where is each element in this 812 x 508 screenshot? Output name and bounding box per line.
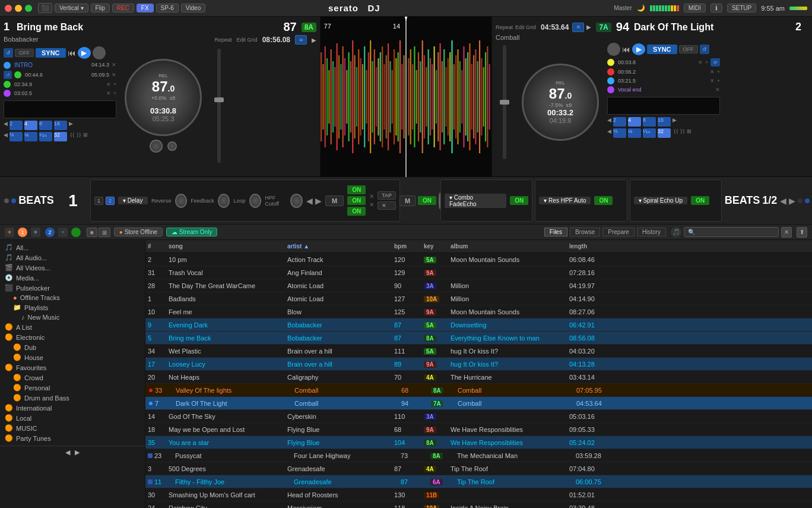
fx-button[interactable]: FX [137, 4, 154, 12]
sidebar-left-btn[interactable]: ◀ [65, 449, 70, 456]
fx2-dot[interactable] [798, 198, 803, 203]
d2-arrow-left[interactable]: ◀ [607, 117, 611, 127]
pitch2-track[interactable] [503, 45, 506, 159]
beat-btn-4[interactable]: 4 [24, 121, 37, 130]
cue2-x-1[interactable]: ✕ [698, 59, 703, 65]
col-num-header[interactable]: # [148, 243, 169, 250]
fx1-ch2-btn[interactable]: 2 [106, 197, 115, 205]
cue-x-3[interactable]: ✕ [106, 81, 111, 87]
skip-right[interactable]: ⟩⟩ [77, 132, 81, 141]
store-offline-btn[interactable]: ● Store Offline [114, 228, 163, 236]
deck2-arrow[interactable]: ▶ [586, 24, 591, 30]
beats2-prev[interactable]: ◀ [780, 196, 786, 206]
view-grid-btn[interactable]: ⊞ [99, 228, 110, 237]
skip-left[interactable]: ⟨⟨ [70, 132, 75, 141]
cue-x-4[interactable]: ✕ [106, 90, 111, 96]
fx1-next[interactable]: ▶ [315, 196, 322, 206]
sidebar-item-all-audio[interactable]: 🎵 All Audio... [0, 253, 145, 263]
sidebar-item-drum-bass[interactable]: 🟠 Drum and Bass [0, 393, 145, 403]
d2-skip-left[interactable]: ⟨⟨ [674, 128, 678, 138]
cue-plus-3[interactable]: + [113, 81, 116, 87]
deck1-play-btn[interactable]: ▶ [78, 47, 91, 59]
tab-prepare[interactable]: Prepare [602, 228, 635, 236]
deck2-editgrid[interactable]: Edit Grid [515, 24, 536, 30]
fx1-x1[interactable]: ✕ [369, 193, 374, 200]
deck1-loop-btn[interactable]: ↺ [4, 48, 13, 58]
minimize-button[interactable] [15, 5, 22, 12]
col-album-header[interactable]: album [451, 243, 569, 250]
cue-plus-4[interactable]: + [113, 90, 116, 96]
video-button[interactable]: Video [181, 4, 205, 12]
fx2-on2[interactable]: ON [510, 196, 528, 205]
setup-button[interactable]: SETUP [727, 4, 756, 12]
sidebar-right-btn[interactable]: ▶ [75, 449, 80, 456]
beat-btn-8[interactable]: 8 [39, 121, 52, 130]
deck1-off-btn[interactable]: OFF [15, 49, 34, 57]
d2-beat-btn-4[interactable]: 4 [628, 117, 641, 127]
d2-arrow-right[interactable]: ▶ [673, 117, 677, 127]
track-row[interactable]: 11 Filthy - Filthy Joe Grenadesafe 87 6A… [145, 475, 812, 488]
sidebar-item-all[interactable]: 🎵 All... [0, 242, 145, 253]
beat-btn-2[interactable]: 2 [9, 121, 23, 130]
sidebar-item-pulselocker[interactable]: ⬛ Pulselocker [0, 283, 145, 293]
track-row[interactable]: 9 Evening Dark Bobabacker 87 5A Downsett… [145, 318, 812, 332]
view-list-btn[interactable]: ≡ [87, 228, 97, 237]
deck1-platter-disc[interactable]: REL 87.0 +0.0% ±8 03:30.8 05:25.3 [125, 59, 202, 136]
deck2-loop-btn[interactable]: ↺ [700, 45, 709, 54]
d2-grid-icon[interactable]: ⊞ [687, 128, 692, 138]
track-row[interactable]: 3 500 Degrees Grenadesafe 87 4A Tip The … [145, 462, 812, 475]
fx4-on[interactable]: ON [691, 196, 709, 205]
track-row[interactable]: 35 You are a star Flying Blue 104 8A We … [145, 436, 812, 449]
fx1-prev[interactable]: ◀ [306, 196, 313, 206]
tab-browse[interactable]: Browse [570, 228, 600, 236]
serato-icon[interactable]: ⬛ [38, 3, 52, 13]
track-row[interactable]: 1 Badlands Atomic Load 127 10A Million 0… [145, 292, 812, 305]
fx1-name[interactable]: ▾ Delay [118, 197, 148, 204]
cue2-x-3[interactable]: ✕ [710, 78, 715, 84]
pitch-handle[interactable] [214, 97, 224, 102]
beat-btn-32[interactable]: 32 [54, 132, 67, 141]
fx1-knob4[interactable] [290, 194, 303, 208]
d2-arrow-left2[interactable]: ◀ [607, 128, 611, 138]
deck1-sync-btn[interactable]: SYNC [36, 48, 66, 58]
deck1-headphone-btn[interactable] [150, 140, 163, 153]
fx2-m-btn[interactable]: M [399, 195, 415, 206]
deck2-repeat[interactable]: Repeat [496, 24, 513, 30]
midi-button[interactable]: MIDI [684, 4, 706, 12]
close-button[interactable] [5, 5, 12, 12]
d2-skip-right[interactable]: ⟩⟩ [680, 128, 685, 138]
sidebar-item-offline-tracks[interactable]: ● Offline Tracks [0, 293, 145, 302]
flip-button[interactable]: Flip [91, 4, 110, 12]
col-song-header[interactable]: song [169, 243, 287, 250]
col-artist-header[interactable]: artist ▲ [287, 243, 394, 250]
deck3-badge[interactable] [71, 228, 81, 237]
stream-only-btn[interactable]: ☁ Stream Only [166, 228, 217, 236]
col-key-header[interactable]: key [424, 243, 451, 250]
sidebar-item-crowd[interactable]: 🟠 Crowd [0, 373, 145, 383]
fx1-m-btn[interactable]: M [325, 195, 344, 206]
d2-beat-btn-32[interactable]: 32 [658, 128, 671, 138]
fx4-name[interactable]: ▾ Spiral Echo Up [634, 197, 687, 204]
deck1-pitch-down[interactable] [167, 141, 177, 151]
track-row[interactable]: 17 Loosey Lucy Brain over a hill 89 9A h… [145, 358, 812, 371]
track-row[interactable]: 24 Rainbow City Massivejam 118 10A Insid… [145, 501, 812, 508]
fx2-name[interactable]: ▾ Combo FadeEcho [445, 194, 506, 208]
d2-beat-btn-8[interactable]: 8 [643, 117, 656, 127]
pitch2-handle[interactable] [500, 100, 509, 105]
deck1-prev-btn[interactable]: ⏮ [68, 48, 76, 58]
arrow-left2[interactable]: ◀ [4, 132, 8, 141]
grid-icon[interactable]: ⊞ [83, 132, 88, 141]
deck2-pitch-knob[interactable] [607, 43, 620, 56]
track-row[interactable]: 10 Feel me Blow 125 9A Moon Mountain Sou… [145, 305, 812, 318]
deck1-badge[interactable]: 1 [18, 228, 27, 237]
vertical-dropdown[interactable]: Vertical ▾ [55, 4, 88, 12]
track-row[interactable]: 28 The Day The Great WarCame Atomic Load… [145, 279, 812, 292]
tap-btn[interactable]: TAP [378, 191, 396, 200]
d2-beat-btn-16[interactable]: 16 [658, 117, 671, 127]
cue2-plus-1[interactable]: + [705, 59, 708, 65]
d2-beat-btn-2[interactable]: 2 [613, 117, 626, 127]
scroll-to-top-btn[interactable]: ⬆ [797, 227, 807, 238]
sidebar-item-local[interactable]: 🟠 Local [0, 413, 145, 423]
cue2-plus-2[interactable]: + [717, 69, 720, 75]
sidebar-item-international[interactable]: 🟠 International [0, 403, 145, 413]
